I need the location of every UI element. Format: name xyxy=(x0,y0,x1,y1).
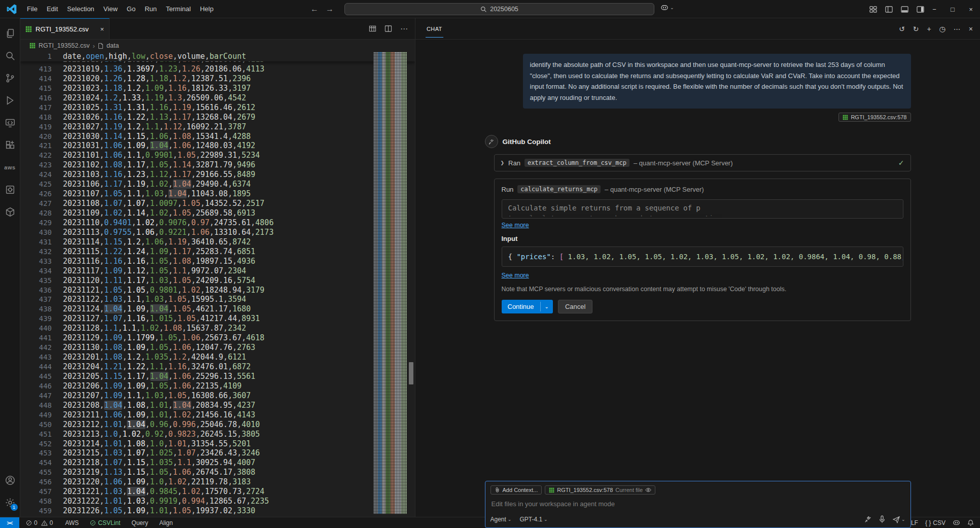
command-center-search[interactable]: 20250605 xyxy=(344,3,654,15)
code-line[interactable]: 42420231103,1.16,1.23,1.12,1.17,29166.55… xyxy=(20,170,415,180)
code-line[interactable]: 44120231129,1.09,1.1799,1.05,1.06,25673.… xyxy=(20,333,415,343)
tool-input-json[interactable]: { "prices": [ 1.03, 1.02, 1.05, 1.05, 1.… xyxy=(502,247,903,267)
explorer-icon[interactable] xyxy=(0,22,20,45)
eye-icon[interactable] xyxy=(645,487,651,492)
query-status[interactable]: Query xyxy=(128,517,152,528)
continue-dropdown-icon[interactable]: ⌄ xyxy=(541,300,553,313)
chat-close-icon[interactable]: × xyxy=(969,25,973,33)
tool-description-field[interactable]: Calculate simple returns from a sequence… xyxy=(502,199,903,219)
code-line[interactable]: 43620231121,1.05,1.05,0.9801,1.02,18248.… xyxy=(20,286,415,295)
continue-button[interactable]: Continue ⌄ xyxy=(502,300,553,313)
code-line[interactable]: 43120231114,1.15,1.2,1.06,1.19,36410.65,… xyxy=(20,237,415,247)
tab-rgti-csv[interactable]: RGTI_193552.csv × xyxy=(20,18,110,39)
see-more-link[interactable]: See more xyxy=(502,222,529,229)
settings-gear-icon[interactable]: 1 xyxy=(0,491,20,514)
toggle-primary-sidebar-icon[interactable] xyxy=(885,6,893,13)
tab-chat[interactable]: CHAT xyxy=(426,20,443,38)
code-line[interactable]: 45620231220,1.06,1.09,1.0,1.02,22119.78,… xyxy=(20,477,415,487)
code-line[interactable]: 45020231212,1.01,1.04,0.96,0.996,25046.7… xyxy=(20,420,415,430)
nav-back-icon[interactable]: ← xyxy=(310,5,319,14)
code-line[interactable]: 45820231222,1.01,1.03,0.9919,0.994,12865… xyxy=(20,497,415,506)
code-line[interactable]: 45120231213,1.0,1.02,0.92,0.9823,26245.1… xyxy=(20,430,415,439)
align-status[interactable]: Align xyxy=(156,517,177,528)
menu-file[interactable]: File xyxy=(22,3,42,15)
containers-icon[interactable] xyxy=(0,201,20,223)
menu-edit[interactable]: Edit xyxy=(42,3,62,15)
language-mode[interactable]: { } CSV xyxy=(922,519,949,526)
code-line[interactable]: 44820231208,1.04,1.08,1.01,1.04,20834.95… xyxy=(20,401,415,410)
code-line[interactable]: 43820231124,1.04,1.09,1.04,1.05,4621.17,… xyxy=(20,304,415,314)
code-line[interactable]: 41820231026,1.16,1.22,1.13,1.17,13268.04… xyxy=(20,113,415,122)
code-line[interactable]: 41620231024,1.2,1.33,1.19,1.3,26509.06,4… xyxy=(20,93,415,103)
code-line[interactable]: 44620231206,1.09,1.09,1.05,1.06,22135,41… xyxy=(20,381,415,391)
problems-indicator[interactable]: 0 0 xyxy=(22,517,56,528)
window-minimize-button[interactable]: − xyxy=(925,0,943,18)
customize-layout-icon[interactable] xyxy=(869,6,877,13)
notifications-bell-icon[interactable] xyxy=(964,519,980,526)
code-line[interactable]: 42820231109,1.02,1.14,1.02,1.05,25689.58… xyxy=(20,208,415,218)
continue-label[interactable]: Continue xyxy=(502,300,540,313)
tab-close-icon[interactable]: × xyxy=(100,25,104,33)
tools-icon[interactable] xyxy=(864,515,872,523)
code-line[interactable]: 42620231107,1.05,1.1,1.03,1.04,11043.08,… xyxy=(20,189,415,199)
code-line[interactable]: 41320231019,1.36,1.3697,1.23,1.26,20186.… xyxy=(20,64,415,74)
code-line[interactable]: 43920231127,1.07,1.16,1.015,1.05,41217.4… xyxy=(20,314,415,324)
code-line[interactable]: 44320231201,1.08,1.2,1.035,1.2,42044.9,6… xyxy=(20,353,415,362)
extensions-icon[interactable] xyxy=(0,134,20,156)
editor-body[interactable]: 1date,open,high,low,close,volume,barCoun… xyxy=(20,52,415,517)
code-line[interactable]: 45920231226,1.05,1.09,1.01,1.05,19937.02… xyxy=(20,506,415,516)
chat-input-box[interactable]: Add Context... RGTI_193552.csv:578 Curre… xyxy=(485,481,911,528)
see-more-link-2[interactable]: See more xyxy=(502,272,529,279)
csvlint-status[interactable]: CSVLint xyxy=(86,517,124,528)
chat-input-placeholder[interactable]: Edit files in your workspace in agent mo… xyxy=(492,500,905,508)
code-line[interactable]: 41920231027,1.19,1.2,1.1,1.12,16092.21,3… xyxy=(20,122,415,132)
code-line[interactable]: 41720231025,1.31,1.31,1.16,1.19,15616.46… xyxy=(20,103,415,113)
code-line[interactable]: 45520231219,1.13,1.15,1.05,1.06,26745.17… xyxy=(20,468,415,477)
copilot-menu[interactable]: ⌄ xyxy=(660,4,674,12)
agent-mode-dropdown[interactable]: Agent ⌄ xyxy=(491,516,512,523)
send-icon[interactable]: ⌄ xyxy=(892,515,905,523)
breadcrumb-file[interactable]: RGTI_193552.csv xyxy=(39,42,90,49)
new-chat-icon[interactable]: + xyxy=(927,25,931,33)
undo-edit-icon[interactable]: ↺ xyxy=(899,25,905,33)
source-control-icon[interactable] xyxy=(0,67,20,89)
menu-help[interactable]: Help xyxy=(195,3,218,15)
minimap[interactable] xyxy=(373,52,407,514)
current-file-chip[interactable]: RGTI_193552.csv:578 Current file xyxy=(545,485,655,495)
code-line[interactable]: 44920231211,1.06,1.09,1.01,1.02,21456.16… xyxy=(20,410,415,420)
code-line[interactable]: 43720231122,1.03,1.1,1.03,1.05,15995.1,3… xyxy=(20,295,415,304)
code-line[interactable]: 43020231113,0.9755,1.06,0.9221,1.06,1331… xyxy=(20,228,415,237)
redo-edit-icon[interactable]: ↻ xyxy=(913,25,919,33)
cancel-button[interactable]: Cancel xyxy=(558,300,592,313)
microphone-icon[interactable] xyxy=(879,515,886,523)
code-line[interactable]: 43520231120,1.11,1.17,1.03,1.05,24209.16… xyxy=(20,276,415,286)
code-line[interactable]: 45320231215,1.03,1.07,1.025,1.07,23426.4… xyxy=(20,448,415,458)
code-line[interactable]: 41420231020,1.26,1.28,1.18,1.2,12387.51,… xyxy=(20,74,415,84)
code-line[interactable]: 45220231214,1.01,1.08,1.0,1.01,31354.55,… xyxy=(20,439,415,449)
aws-status[interactable]: AWS xyxy=(61,517,82,528)
scrollbar-thumb[interactable] xyxy=(409,362,413,384)
code-line[interactable]: 41520231023,1.18,1.2,1.09,1.16,18126.33,… xyxy=(20,84,415,93)
remote-explorer-icon[interactable] xyxy=(0,112,20,134)
toggle-secondary-sidebar-icon[interactable] xyxy=(917,6,924,13)
menu-view[interactable]: View xyxy=(99,3,122,15)
infrastructure-composer-icon[interactable] xyxy=(0,179,20,201)
code-line[interactable]: 42720231108,1.07,1.07,1.0097,1.05,14352.… xyxy=(20,199,415,208)
code-rows[interactable]: 41320231019,1.36,1.3697,1.23,1.26,20186.… xyxy=(20,64,415,516)
attachment-chip[interactable]: RGTI_193552.csv:578 xyxy=(838,113,911,122)
chevron-right-icon[interactable]: ❯ xyxy=(501,160,505,165)
code-line[interactable]: 43320231116,1.16,1.16,1.05,1.08,19897.15… xyxy=(20,257,415,266)
code-line[interactable]: 1date,open,high,low,close,volume,barCoun… xyxy=(20,52,415,61)
window-close-button[interactable]: × xyxy=(962,0,980,18)
account-icon[interactable] xyxy=(0,469,20,491)
more-actions-icon[interactable]: ⋯ xyxy=(400,24,408,33)
csv-preview-icon[interactable] xyxy=(369,25,376,32)
code-line[interactable]: 44020231128,1.1,1.1,1.02,1.08,15637.87,2… xyxy=(20,324,415,333)
remote-indicator[interactable]: >< xyxy=(0,517,19,528)
code-line[interactable]: 42920231110,0.9401,1.02,0.9076,0.97,2473… xyxy=(20,218,415,228)
window-maximize-button[interactable]: □ xyxy=(943,0,962,18)
code-line[interactable]: 42520231106,1.17,1.19,1.02,1.04,29490.4,… xyxy=(20,180,415,189)
menu-run[interactable]: Run xyxy=(140,3,161,15)
ran-tool-row[interactable]: ❯ Ran extract_column_from_csv_mcp – quan… xyxy=(494,154,911,171)
menu-terminal[interactable]: Terminal xyxy=(161,3,195,15)
